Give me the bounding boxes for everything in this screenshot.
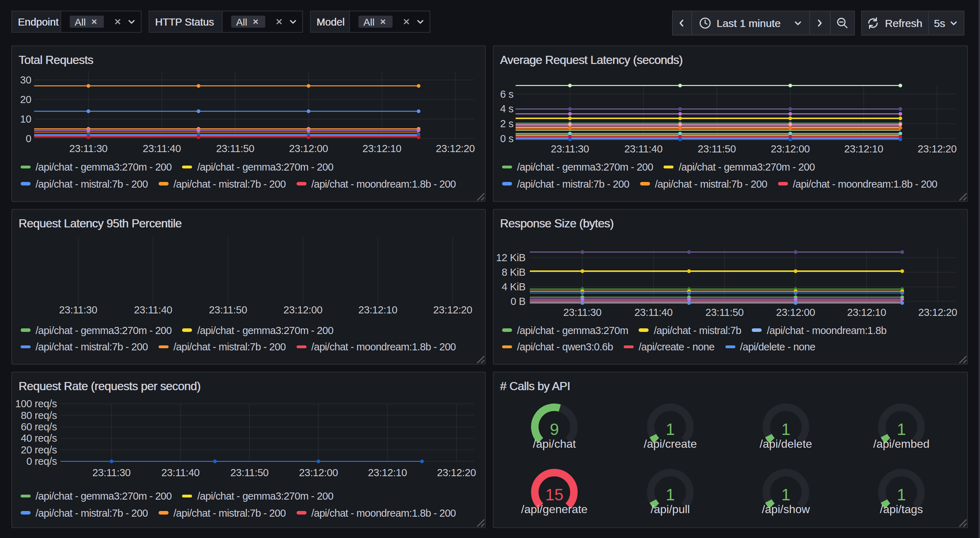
svg-text:23:12:00: 23:12:00 [771, 143, 810, 155]
svg-text:/api/delete: /api/delete [759, 438, 812, 450]
svg-text:1: 1 [897, 486, 906, 504]
svg-text:23:11:50: 23:11:50 [231, 467, 269, 478]
svg-text:4 s: 4 s [500, 103, 514, 114]
svg-text:23:11:30: 23:11:30 [551, 143, 589, 155]
svg-text:/api/create: /api/create [644, 438, 697, 450]
svg-text:23:12:20: 23:12:20 [918, 306, 957, 318]
svg-text:23:11:50: 23:11:50 [216, 143, 255, 154]
svg-text:23:12:10: 23:12:10 [847, 306, 886, 318]
svg-text:23:11:40: 23:11:40 [634, 306, 673, 318]
svg-text:1: 1 [781, 420, 791, 438]
svg-text:23:12:00: 23:12:00 [283, 304, 323, 315]
svg-text:23:11:50: 23:11:50 [705, 306, 744, 318]
svg-text:12 KiB: 12 KiB [496, 252, 525, 263]
svg-text:0: 0 [25, 133, 31, 144]
svg-text:/api/show: /api/show [762, 503, 810, 516]
svg-text:23:11:40: 23:11:40 [624, 143, 663, 155]
svg-text:10: 10 [20, 113, 31, 125]
svg-text:6 s: 6 s [500, 89, 514, 100]
svg-text:23:12:00: 23:12:00 [776, 306, 815, 318]
svg-text:/api/pull: /api/pull [651, 503, 690, 516]
svg-text:30: 30 [20, 74, 31, 86]
svg-text:23:12:00: 23:12:00 [299, 467, 338, 478]
svg-text:23:12:10: 23:12:10 [844, 143, 883, 155]
svg-text:100 req/s: 100 req/s [15, 398, 57, 409]
svg-text:0 s: 0 s [500, 133, 514, 144]
svg-text:23:12:20: 23:12:20 [437, 467, 476, 478]
svg-text:80 req/s: 80 req/s [21, 410, 57, 421]
svg-text:23:11:50: 23:11:50 [209, 304, 247, 315]
svg-text:23:12:20: 23:12:20 [436, 143, 475, 154]
svg-text:1: 1 [781, 486, 791, 504]
svg-text:9: 9 [550, 420, 559, 438]
svg-text:60 req/s: 60 req/s [21, 421, 57, 432]
svg-text:23:11:30: 23:11:30 [92, 467, 131, 478]
svg-text:0 req/s: 0 req/s [26, 455, 57, 467]
svg-text:40 req/s: 40 req/s [21, 432, 57, 444]
svg-text:8 KiB: 8 KiB [502, 266, 525, 278]
svg-text:15: 15 [545, 486, 563, 504]
svg-text:23:11:50: 23:11:50 [698, 143, 736, 155]
svg-text:1: 1 [897, 420, 906, 438]
svg-text:23:12:10: 23:12:10 [362, 143, 401, 154]
svg-text:/api/tags: /api/tags [880, 503, 923, 516]
svg-text:2 s: 2 s [500, 118, 514, 129]
svg-text:20 req/s: 20 req/s [21, 444, 57, 455]
svg-text:0 B: 0 B [511, 295, 525, 307]
svg-text:23:12:00: 23:12:00 [289, 143, 328, 154]
svg-text:23:12:20: 23:12:20 [918, 143, 957, 155]
svg-text:23:12:10: 23:12:10 [358, 304, 398, 315]
svg-text:23:11:40: 23:11:40 [134, 304, 172, 315]
svg-text:/api/generate: /api/generate [521, 503, 588, 516]
svg-text:23:11:40: 23:11:40 [143, 143, 181, 154]
svg-text:23:12:10: 23:12:10 [368, 467, 407, 478]
svg-text:1: 1 [666, 486, 675, 504]
svg-text:/api/embed: /api/embed [873, 438, 929, 450]
svg-text:23:11:30: 23:11:30 [59, 304, 97, 315]
svg-text:23:11:30: 23:11:30 [563, 306, 601, 318]
svg-text:20: 20 [20, 94, 31, 105]
svg-text:23:12:20: 23:12:20 [433, 304, 472, 315]
svg-text:4 KiB: 4 KiB [502, 281, 525, 292]
svg-text:/api/chat: /api/chat [533, 438, 576, 450]
svg-text:1: 1 [666, 420, 675, 438]
svg-text:23:11:40: 23:11:40 [161, 467, 200, 478]
svg-text:23:11:30: 23:11:30 [69, 143, 108, 154]
